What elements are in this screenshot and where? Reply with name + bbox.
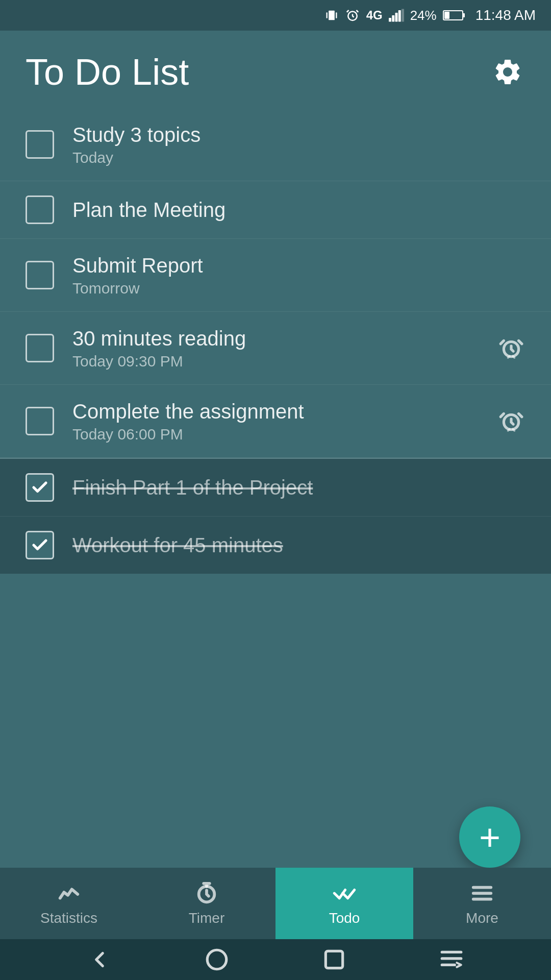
task-item[interactable]: Plan the Meeting <box>0 181 551 239</box>
task-title-3: Submit Report <box>72 253 525 278</box>
battery-icon <box>443 9 465 21</box>
task-item[interactable]: Study 3 topics Today <box>0 108 551 181</box>
task-subtitle-5: Today 06:00 PM <box>72 426 497 443</box>
task-subtitle-3: Tomorrow <box>72 280 525 297</box>
more-icon <box>469 880 495 906</box>
task-title-7: Workout for 45 minutes <box>72 533 525 557</box>
svg-rect-2 <box>336 12 337 18</box>
svg-rect-0 <box>329 11 335 20</box>
status-bar: 4G 24% 11:48 AM <box>0 0 551 31</box>
task-checkbox-7[interactable] <box>26 531 54 559</box>
settings-button[interactable] <box>490 54 525 90</box>
signal-bars-icon <box>389 9 404 22</box>
task-item[interactable]: Submit Report Tomorrow <box>0 239 551 312</box>
signal-icon: 4G <box>366 8 383 22</box>
task-content-2: Plan the Meeting <box>72 198 525 222</box>
nav-item-todo[interactable]: Todo <box>276 868 413 939</box>
task-title-4: 30 minutes reading <box>72 326 497 351</box>
nav-label-todo: Todo <box>329 910 360 926</box>
system-nav-bar <box>0 939 551 980</box>
nav-label-timer: Timer <box>189 910 225 926</box>
task-alarm-5 <box>497 407 525 435</box>
svg-rect-1 <box>326 12 327 18</box>
statistics-icon <box>56 880 82 906</box>
checkmark-icon <box>31 478 49 497</box>
nav-label-more: More <box>466 910 498 926</box>
bottom-nav: Statistics Timer Todo <box>0 868 551 939</box>
fab-plus-icon: + <box>479 819 500 855</box>
task-title-2: Plan the Meeting <box>72 198 525 222</box>
nav-item-statistics[interactable]: Statistics <box>0 868 138 939</box>
task-content-6: Finish Part 1 of the Project <box>72 475 525 500</box>
svg-rect-6 <box>395 13 397 22</box>
task-title-6: Finish Part 1 of the Project <box>72 475 525 500</box>
task-content-7: Workout for 45 minutes <box>72 533 525 557</box>
nav-item-more[interactable]: More <box>413 868 551 939</box>
svg-rect-4 <box>389 18 391 22</box>
battery-percent: 24% <box>410 8 437 23</box>
task-checkbox-2[interactable] <box>26 195 54 224</box>
svg-point-18 <box>207 950 227 969</box>
header: To Do List <box>0 31 551 108</box>
checkmark-icon-2 <box>31 536 49 554</box>
sys-back-button[interactable] <box>84 944 115 975</box>
task-item[interactable]: Finish Part 1 of the Project <box>0 459 551 517</box>
sys-home-button[interactable] <box>202 944 232 975</box>
task-list: Study 3 topics Today Plan the Meeting Su… <box>0 108 551 574</box>
task-subtitle-4: Today 09:30 PM <box>72 353 497 370</box>
task-title-5: Complete the assignment <box>72 399 497 424</box>
task-content-4: 30 minutes reading Today 09:30 PM <box>72 326 497 370</box>
task-checkbox-5[interactable] <box>26 407 54 435</box>
svg-rect-19 <box>325 951 342 968</box>
status-alarm-icon <box>345 8 360 23</box>
svg-rect-5 <box>392 15 394 22</box>
nav-item-timer[interactable]: Timer <box>138 868 276 939</box>
task-checkbox-4[interactable] <box>26 334 54 362</box>
gear-icon <box>492 57 523 87</box>
todo-icon <box>332 880 357 906</box>
task-item[interactable]: Workout for 45 minutes <box>0 517 551 574</box>
task-content-5: Complete the assignment Today 06:00 PM <box>72 399 497 443</box>
sys-recents-button[interactable] <box>319 944 349 975</box>
task-alarm-4 <box>497 334 525 362</box>
task-content-1: Study 3 topics Today <box>72 122 525 166</box>
alarm-icon <box>498 335 524 361</box>
task-item[interactable]: 30 minutes reading Today 09:30 PM <box>0 312 551 385</box>
svg-rect-8 <box>402 9 404 22</box>
sys-menu-button[interactable] <box>436 944 467 975</box>
timer-icon <box>194 880 219 906</box>
alarm-icon-2 <box>498 408 524 434</box>
svg-rect-7 <box>398 10 400 22</box>
nav-label-statistics: Statistics <box>40 910 97 926</box>
app-title: To Do List <box>26 51 189 93</box>
task-checkbox-3[interactable] <box>26 261 54 289</box>
task-checkbox-1[interactable] <box>26 130 54 159</box>
vibrate-icon <box>324 8 339 22</box>
svg-rect-11 <box>444 12 449 19</box>
status-icons: 4G 24% 11:48 AM <box>324 7 536 23</box>
status-time: 11:48 AM <box>475 7 536 23</box>
task-checkbox-6[interactable] <box>26 473 54 502</box>
add-task-fab[interactable]: + <box>459 806 520 868</box>
task-item[interactable]: Complete the assignment Today 06:00 PM <box>0 385 551 458</box>
task-title-1: Study 3 topics <box>72 122 525 147</box>
svg-rect-10 <box>463 13 465 17</box>
task-subtitle-1: Today <box>72 149 525 166</box>
task-content-3: Submit Report Tomorrow <box>72 253 525 297</box>
